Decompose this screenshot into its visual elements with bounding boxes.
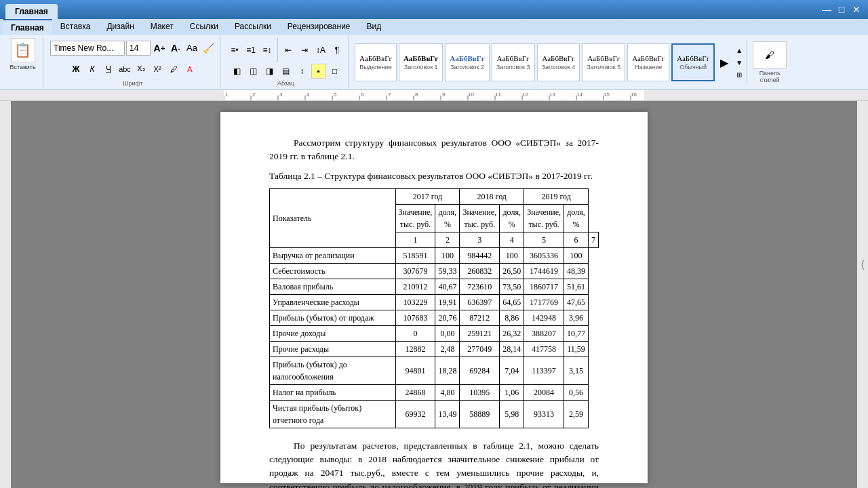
font-name-box[interactable]: Times New Ro... <box>50 41 125 56</box>
style-heading1[interactable]: АаБбВвГг Заголовок 1 <box>399 43 443 81</box>
value-cell: 94801 <box>395 357 435 384</box>
year-2017-header: 2017 год <box>395 188 460 204</box>
resize-handle[interactable]: ⟨ <box>861 258 865 271</box>
table-row: Прочие расходы128822,4827704928,14417758… <box>270 341 599 357</box>
svg-text:3: 3 <box>279 92 283 98</box>
font-controls-row2: Ж К Ч abc X₂ X² 🖊 A <box>68 59 197 79</box>
style-highlight-sample: АаБбВвГг <box>359 54 392 62</box>
maximize-button[interactable]: □ <box>835 3 848 16</box>
value-cell: 100 <box>500 247 524 263</box>
border-button[interactable]: □ <box>328 64 342 79</box>
font-size-box[interactable]: 14 <box>126 41 151 56</box>
decrease-font-button[interactable]: A- <box>168 41 183 56</box>
svg-text:14: 14 <box>576 92 583 98</box>
minimize-button[interactable]: — <box>821 3 833 16</box>
bullets-button[interactable]: ≡• <box>227 43 242 58</box>
right-margin: ⟨ <box>857 101 868 488</box>
svg-text:16: 16 <box>631 92 637 98</box>
value-cell: 3,15 <box>564 357 589 384</box>
value-cell: 1717769 <box>524 294 564 310</box>
increase-indent-button[interactable]: ⇥ <box>297 43 312 58</box>
change-case-button[interactable]: Аа <box>184 41 199 56</box>
styles-more-button[interactable]: ⊞ <box>734 69 745 80</box>
styles-collapse-button[interactable]: ▼ <box>734 57 745 68</box>
increase-font-button[interactable]: A+ <box>152 41 167 56</box>
value-cell: 10,77 <box>564 325 589 341</box>
style-title-label: Название <box>635 64 662 70</box>
tab-design[interactable]: Дизайн <box>98 19 142 35</box>
col-num-4: 4 <box>500 232 524 247</box>
value-cell: 2,59 <box>564 400 589 428</box>
svg-text:13: 13 <box>549 92 555 98</box>
table-row: Валовая прибыль21091240,6772361073,50186… <box>270 279 599 294</box>
style-normal[interactable]: АаБбВвГг Обычный <box>671 43 715 81</box>
styles-panel-button[interactable]: 🖌 <box>753 41 787 68</box>
tab-layout[interactable]: Макет <box>142 19 182 35</box>
align-left-button[interactable]: ◧ <box>230 64 245 79</box>
scroll-area[interactable]: Рассмотрим структуру финансовых результа… <box>11 101 857 488</box>
align-center-button[interactable]: ◫ <box>246 64 261 79</box>
table-row: Прочие доходы00,0025912126,3238820710,77 <box>270 325 599 341</box>
value-cell: 4,80 <box>435 384 460 400</box>
window-controls: — □ ✕ <box>821 3 863 16</box>
style-highlight-label: Выделение <box>359 64 392 70</box>
value-cell: 18,28 <box>435 357 460 384</box>
line-spacing-button[interactable]: ↕ <box>295 64 310 79</box>
styles-panel-label: Панельстилей <box>760 70 781 83</box>
style-heading5[interactable]: АаБбВвГг Заголовок 5 <box>582 43 625 81</box>
style-heading3[interactable]: АаБбВвГг Заголовок 3 <box>492 43 535 81</box>
tab-review[interactable]: Рецензирование <box>279 19 359 35</box>
superscript-button[interactable]: X² <box>150 62 165 77</box>
style-heading2[interactable]: АаБбВвГг Заголовок 2 <box>445 43 489 81</box>
align-right-button[interactable]: ◨ <box>262 64 277 79</box>
value-cell: 3605336 <box>524 247 564 263</box>
shading-button[interactable]: ▪ <box>311 64 326 79</box>
indicator-cell: Валовая прибыль <box>270 279 396 294</box>
home-tab-title[interactable]: Главная <box>5 4 58 19</box>
numbering-button[interactable]: ≡1 <box>243 43 258 58</box>
subscript-button[interactable]: X₂ <box>134 62 149 77</box>
svg-text:5: 5 <box>334 92 337 98</box>
value-cell: 0 <box>395 325 435 341</box>
table-row: Прибыль (убыток) от продаж10768320,76872… <box>270 310 599 325</box>
intro-paragraph: Рассмотрим структуру финансовых результа… <box>269 136 599 164</box>
clear-format-button[interactable]: 🧹 <box>201 41 216 56</box>
value-cell: 0,56 <box>564 384 589 400</box>
justify-button[interactable]: ▤ <box>279 64 294 79</box>
indicator-cell: Чистая прибыль (убыток) отчетного года <box>270 400 396 428</box>
style-highlight[interactable]: АаБбВвГг Выделение <box>355 43 397 81</box>
indicator-cell: Прибыль (убыток) до налогообложения <box>270 357 396 384</box>
col-num-7: 7 <box>589 232 599 247</box>
show-marks-button[interactable]: ¶ <box>330 43 344 58</box>
paste-button[interactable]: 📋 <box>11 38 35 62</box>
table-row: Чистая прибыль (убыток) отчетного года69… <box>270 400 599 428</box>
tab-home[interactable]: Главная <box>3 19 52 35</box>
text-highlight-button[interactable]: 🖊 <box>166 62 181 77</box>
styles-expand-button[interactable]: ▲ <box>734 45 745 56</box>
sort-button[interactable]: ↕A <box>313 43 328 58</box>
tab-references[interactable]: Ссылки <box>182 19 226 35</box>
value-cell: 47,65 <box>564 294 589 310</box>
value-cell: 48,39 <box>564 263 589 279</box>
svg-text:2: 2 <box>252 92 256 98</box>
italic-button[interactable]: К <box>85 62 100 77</box>
style-heading4-sample: АаБбВвГг <box>542 54 574 62</box>
value-cell: 113397 <box>524 357 564 384</box>
style-title[interactable]: АаБбВвГг Название <box>627 43 669 81</box>
styles-scroll-right-button[interactable]: ▶ <box>717 55 732 70</box>
close-button[interactable]: ✕ <box>850 3 863 16</box>
value-cell: 723610 <box>460 279 500 294</box>
font-color-button[interactable]: A <box>182 62 197 77</box>
tab-insert[interactable]: Вставка <box>52 19 99 35</box>
strikethrough-button[interactable]: abc <box>117 62 132 77</box>
decrease-indent-button[interactable]: ⇤ <box>281 43 296 58</box>
style-heading4[interactable]: АаБбВвГг Заголовок 4 <box>537 43 580 81</box>
svg-text:15: 15 <box>604 92 610 98</box>
style-heading3-sample: АаБбВвГг <box>497 54 530 62</box>
tab-view[interactable]: Вид <box>359 19 390 35</box>
underline-button[interactable]: Ч <box>101 62 116 77</box>
bold-button[interactable]: Ж <box>68 62 83 77</box>
multilevel-list-button[interactable]: ≡↕ <box>260 43 275 58</box>
tab-mailings[interactable]: Рассылки <box>226 19 279 35</box>
style-heading4-label: Заголовок 4 <box>542 64 576 70</box>
